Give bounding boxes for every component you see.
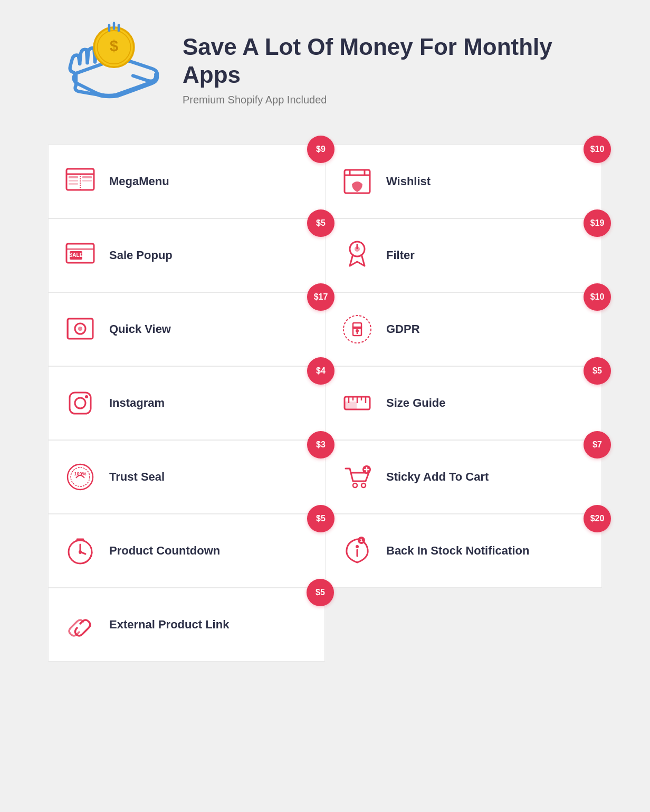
app-grid: $9 MegaMenu $10 Wishlist $5 <box>48 145 602 662</box>
svg-point-43 <box>68 464 93 490</box>
price-badge-product-countdown: $5 <box>307 505 334 532</box>
grid-item-product-countdown: $5 3 Product Countdown <box>48 514 325 588</box>
header-subtitle: Premium Shopify App Included <box>183 94 589 106</box>
svg-point-35 <box>85 395 88 398</box>
icon-product-countdown: 3 <box>62 532 99 569</box>
icon-instagram <box>62 385 99 422</box>
grid-item-back-in-stock: $20 1 Back In Stock Notification <box>325 514 602 588</box>
grid-item-sale-popup: $5 SALE Sale Popup <box>48 218 325 292</box>
grid-item-filter: $19 Filter <box>325 218 602 292</box>
header-icon: $ <box>61 21 167 118</box>
icon-back-in-stock: 1 <box>339 532 376 569</box>
price-badge-gdpr: $10 <box>584 283 611 311</box>
price-badge-quick-view: $17 <box>307 283 334 311</box>
label-megamenu: MegaMenu <box>109 175 169 188</box>
label-wishlist: Wishlist <box>386 175 431 188</box>
svg-rect-10 <box>69 180 78 181</box>
svg-text:$: $ <box>110 37 118 54</box>
price-badge-megamenu: $9 <box>307 136 334 163</box>
price-badge-filter: $19 <box>584 209 611 237</box>
icon-quick-view <box>62 311 99 348</box>
svg-rect-9 <box>69 176 78 178</box>
grid-item-size-guide: $5 Size Guide <box>325 366 602 440</box>
svg-point-31 <box>356 329 359 332</box>
header-section: $ Save A Lot Of Money For Monthly Apps P… <box>61 21 589 118</box>
svg-rect-11 <box>69 183 78 185</box>
label-product-countdown: Product Countdown <box>109 544 220 558</box>
svg-rect-13 <box>82 180 92 181</box>
label-trust-seal: Trust Seal <box>109 470 165 484</box>
label-sale-popup: Sale Popup <box>109 249 173 262</box>
price-badge-external-product-link: $5 <box>307 579 334 606</box>
icon-size-guide <box>339 385 376 422</box>
grid-item-trust-seal: $3 100% Trust Seal <box>48 440 325 514</box>
price-badge-wishlist: $10 <box>584 136 611 163</box>
price-badge-sticky-add-to-cart: $7 <box>584 431 611 458</box>
icon-trust-seal: 100% <box>62 458 99 495</box>
icon-external-product-link <box>62 606 99 643</box>
svg-rect-42 <box>345 402 356 409</box>
price-badge-back-in-stock: $20 <box>584 505 611 532</box>
label-back-in-stock: Back In Stock Notification <box>386 544 529 558</box>
header-title: Save A Lot Of Money For Monthly Apps <box>183 33 589 89</box>
icon-filter <box>339 237 376 274</box>
grid-item-quick-view: $17 Quick View <box>48 292 325 366</box>
svg-text:1: 1 <box>360 538 362 543</box>
header-text: Save A Lot Of Money For Monthly Apps Pre… <box>183 33 589 107</box>
svg-point-47 <box>361 483 366 488</box>
label-size-guide: Size Guide <box>386 396 445 410</box>
label-filter: Filter <box>386 249 415 262</box>
icon-sale-popup: SALE <box>62 237 99 274</box>
svg-point-59 <box>356 545 359 548</box>
price-badge-instagram: $4 <box>307 357 334 385</box>
icon-wishlist <box>339 163 376 200</box>
price-badge-trust-seal: $3 <box>307 431 334 458</box>
svg-point-27 <box>78 327 82 331</box>
label-sticky-add-to-cart: Sticky Add To Cart <box>386 470 489 484</box>
price-badge-size-guide: $5 <box>584 357 611 385</box>
label-quick-view: Quick View <box>109 322 171 336</box>
svg-point-34 <box>75 398 85 408</box>
svg-point-44 <box>71 467 90 486</box>
grid-item-megamenu: $9 MegaMenu <box>48 145 325 218</box>
label-external-product-link: External Product Link <box>109 618 229 632</box>
icon-gdpr <box>339 311 376 348</box>
icon-megamenu <box>62 163 99 200</box>
label-instagram: Instagram <box>109 396 165 410</box>
grid-item-sticky-add-to-cart: $7 Sticky Add To Cart <box>325 440 602 514</box>
grid-item-gdpr: $10 GDPR <box>325 292 602 366</box>
grid-item-external-product-link: $5 External Product Link <box>48 588 325 662</box>
svg-rect-12 <box>82 176 92 178</box>
icon-sticky-add-to-cart <box>339 458 376 495</box>
price-badge-sale-popup: $5 <box>307 209 334 237</box>
label-gdpr: GDPR <box>386 322 420 336</box>
svg-text:SALE: SALE <box>69 252 83 258</box>
svg-text:3: 3 <box>79 550 81 555</box>
grid-item-wishlist: $10 Wishlist <box>325 145 602 218</box>
grid-item-instagram: $4 Instagram <box>48 366 325 440</box>
svg-point-46 <box>353 483 357 488</box>
